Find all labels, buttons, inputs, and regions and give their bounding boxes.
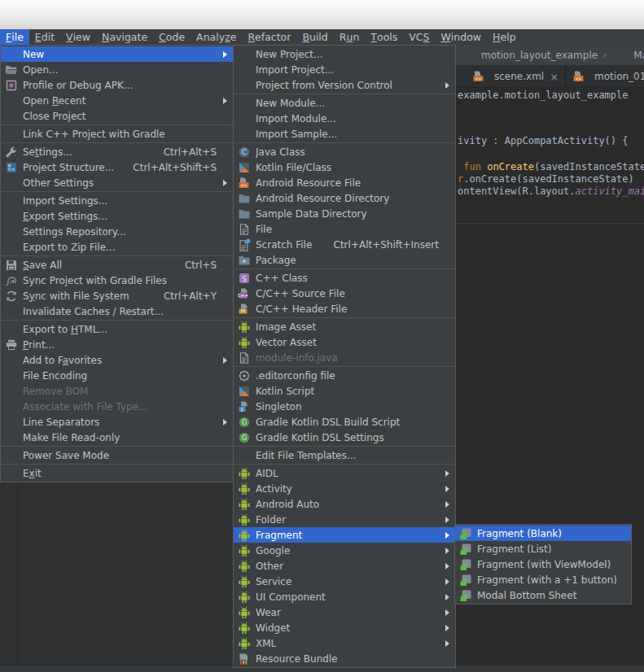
menu-item-print[interactable]: Print... (1, 337, 233, 352)
menu-item-file[interactable]: File (234, 221, 455, 237)
menu-item-project-from-version-control[interactable]: Project from Version Control (234, 77, 455, 93)
menubar-item-vcs[interactable]: VCS (403, 29, 435, 45)
menu-item-settings[interactable]: Settings...Ctrl+Alt+S (1, 144, 233, 159)
menu-item-new[interactable]: New (1, 46, 233, 62)
menu-item-exit[interactable]: Exit (1, 465, 233, 481)
mnemonic-underline: W (440, 31, 450, 43)
menubar-item-view[interactable]: View (60, 29, 96, 45)
menu-item-make-file-read-only[interactable]: Make File Read-only (1, 430, 233, 445)
menu-item-activity[interactable]: Activity (234, 481, 455, 496)
menu-item-folder[interactable]: Folder (234, 512, 455, 527)
menubar-item-tools[interactable]: Tools (365, 29, 403, 45)
menu-item-open[interactable]: Open... (1, 62, 233, 77)
menu-item-vector-asset[interactable]: Vector Asset (234, 334, 455, 350)
menu-item-other[interactable]: Other (234, 558, 455, 574)
menu-item-kotlin-script[interactable]: Kotlin Script (234, 383, 455, 399)
menu-item-export-to-html[interactable]: Export to HTML... (1, 321, 233, 337)
menu-item-profile-or-debug-apk[interactable]: Profile or Debug APK... (1, 77, 233, 93)
menu-item-export-settings[interactable]: Export Settings... (1, 208, 233, 224)
menubar-item-navigate[interactable]: Navigate (96, 29, 153, 45)
menu-item-gradle-kotlin-dsl-settings[interactable]: GGradle Kotlin DSL Settings (234, 430, 455, 445)
menu-item-new-module[interactable]: New Module... (234, 95, 455, 111)
svg-text:<>: <> (241, 181, 248, 188)
menu-item-modal-bottom-sheet[interactable]: Modal Bottom Sheet (455, 587, 631, 603)
menu-item-fragment-list[interactable]: Fragment (List) (455, 541, 631, 556)
menu-item-invalidate-caches-restart[interactable]: Invalidate Caches / Restart... (1, 303, 233, 319)
menu-separator (234, 268, 455, 269)
menu-item-edit-file-templates[interactable]: Edit File Templates... (234, 447, 455, 463)
menu-item-import-project[interactable]: Import Project... (234, 62, 455, 77)
menu-item-associate-with-file-type[interactable]: Associate with File Type... (1, 399, 233, 414)
printer-icon (5, 338, 18, 351)
menu-item-c-c-source-file[interactable]: C++C/C++ Source File (234, 286, 455, 301)
menu-item-xml[interactable]: XML (234, 635, 455, 651)
menu-item-image-asset[interactable]: Image Asset (234, 319, 455, 334)
menu-item-fragment-blank[interactable]: Fragment (Blank) (455, 526, 631, 541)
menu-item-wear[interactable]: Wear (234, 604, 455, 620)
menu-item-kotlin-file-class[interactable]: Kotlin File/Class (234, 159, 455, 175)
menu-item-resource-bundle[interactable]: Resource Bundle (234, 651, 455, 666)
menu-item-open-recent[interactable]: Open Recent (1, 93, 233, 108)
menu-item-ui-component[interactable]: UI Component (234, 589, 455, 604)
menu-item-sync-project-with-gradle-files[interactable]: Sync Project with Gradle Files (1, 273, 233, 288)
submenu-arrow-icon (445, 625, 449, 631)
menu-item-new-project[interactable]: New Project... (234, 46, 455, 62)
breadcrumb-class[interactable]: MainAc (633, 50, 644, 61)
svg-text:C++: C++ (238, 293, 248, 298)
menu-item-widget[interactable]: Widget (234, 620, 455, 635)
breadcrumb-project[interactable]: motion_layout_example (481, 50, 598, 61)
menu-item-service[interactable]: Service (234, 574, 455, 589)
menu-item-android-resource-file[interactable]: <>Android Resource File (234, 175, 455, 190)
menu-item-import-module[interactable]: Import Module... (234, 111, 455, 126)
editor-tab-motion-01-cl[interactable]: <>motion_01_cl_ (566, 66, 644, 87)
menu-item-export-to-zip-file[interactable]: Export to Zip File... (1, 239, 233, 255)
menu-item-scratch-file[interactable]: Scratch FileCtrl+Alt+Shift+Insert (234, 237, 455, 252)
menubar-item-refactor[interactable]: Refactor (242, 29, 296, 45)
menu-item-link-c-project-with-gradle[interactable]: Link C++ Project with Gradle (1, 126, 233, 142)
menu-item-aidl[interactable]: AIDL (234, 465, 455, 481)
menubar-item-edit[interactable]: Edit (29, 29, 60, 45)
android-icon (238, 637, 251, 650)
menu-item-fragment-with-a-1-button[interactable]: Fragment (with a +1 button) (455, 572, 631, 587)
menu-item-project-structure[interactable]: Project Structure...Ctrl+Alt+Shift+S (1, 159, 233, 175)
menubar-item-code[interactable]: Code (153, 29, 191, 45)
menu-item-add-to-favorites[interactable]: Add to Favorites (1, 352, 233, 368)
menu-item-label: Resource Bundle (256, 653, 440, 665)
menubar-item-window[interactable]: Window (435, 29, 487, 45)
menu-item-singleton[interactable]: JSingleton (234, 399, 455, 414)
menu-item-java-class[interactable]: CJava Class (234, 144, 455, 159)
menubar-item-help[interactable]: Help (487, 29, 522, 45)
editor-tab-scene-xml[interactable]: <>scene.xml× (466, 66, 566, 87)
menu-item-editorconfig-file[interactable]: .editorconfig file (234, 368, 455, 383)
menubar-item-file[interactable]: File (0, 29, 29, 45)
close-tab-icon[interactable]: × (550, 72, 559, 82)
navigation-breadcrumb: motion_layout_example › MainAc (456, 45, 644, 66)
menu-item-power-save-mode[interactable]: Power Save Mode (1, 447, 233, 463)
menu-item-c-class[interactable]: SC++ Class (234, 270, 455, 286)
menu-item-import-sample[interactable]: Import Sample... (234, 126, 455, 142)
svg-text:S: S (242, 274, 247, 282)
menu-item-google[interactable]: Google (234, 543, 455, 558)
menu-item-close-project[interactable]: Close Project (1, 108, 233, 124)
menu-item-line-separators[interactable]: Line Separators (1, 414, 233, 430)
menu-item-c-c-header-file[interactable]: HC/C++ Header File (234, 301, 455, 316)
menu-item-save-all[interactable]: Save AllCtrl+S (1, 257, 233, 273)
menu-item-sample-data-directory[interactable]: Sample Data Directory (234, 206, 455, 221)
menubar-item-run[interactable]: Run (334, 29, 366, 45)
menu-item-fragment-with-viewmodel[interactable]: Fragment (with ViewModel) (455, 556, 631, 572)
menubar-item-analyze[interactable]: Analyze (191, 29, 242, 45)
menu-item-android-auto[interactable]: Android Auto (234, 496, 455, 512)
menu-item-other-settings[interactable]: Other Settings (1, 175, 233, 190)
menu-item-remove-bom[interactable]: Remove BOM (1, 383, 233, 399)
menu-item-settings-repository[interactable]: Settings Repository... (1, 224, 233, 239)
menu-item-android-resource-directory[interactable]: Android Resource Directory (234, 190, 455, 206)
menu-item-package[interactable]: Package (234, 252, 455, 268)
submenu-arrow-icon (445, 563, 449, 569)
menu-item-sync-with-file-system[interactable]: Sync with File SystemCtrl+Alt+Y (1, 288, 233, 303)
menu-item-file-encoding[interactable]: File Encoding (1, 368, 233, 383)
menu-item-gradle-kotlin-dsl-build-script[interactable]: GGradle Kotlin DSL Build Script (234, 414, 455, 430)
menu-item-fragment[interactable]: Fragment (234, 527, 455, 543)
menubar-item-build[interactable]: Build (296, 29, 333, 45)
menu-item-import-settings[interactable]: Import Settings... (1, 193, 233, 208)
menu-item-module-info-java[interactable]: module-info.java (234, 350, 455, 365)
